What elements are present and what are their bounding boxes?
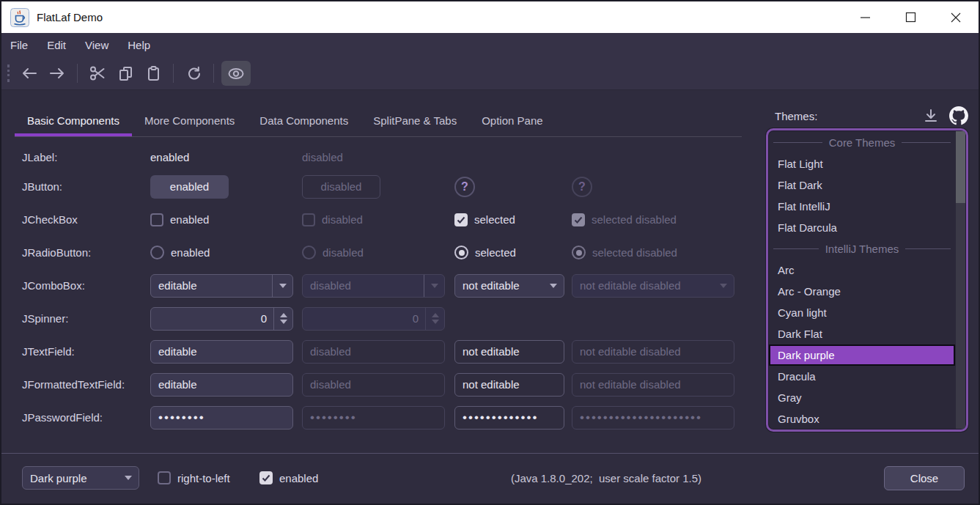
combobox-editable[interactable]: editable [150,274,293,298]
menu-view[interactable]: View [85,39,108,51]
close-window-button[interactable] [933,1,979,33]
checkbox-selected-disabled: selected disabled [572,213,740,226]
combobox-arrow[interactable] [543,275,564,297]
theme-item[interactable]: Flat Light [769,153,955,174]
jbutton-row-label: JButton: [22,180,150,193]
menu-file[interactable]: File [10,39,28,51]
jspinner-row-label: JSpinner: [22,312,150,325]
passwordfield-not-editable: ••••••••••••• [454,406,564,430]
spinner-arrows[interactable] [273,308,292,330]
tab-data-components[interactable]: Data Components [247,104,361,136]
theme-item[interactable]: Arc - Orange [769,281,955,302]
close-button[interactable]: Close [884,466,965,490]
radio-enabled[interactable]: enabled [150,246,302,259]
radio-selected-icon [572,246,586,259]
checkbox-icon [302,213,315,226]
jformattedtextfield-row-label: JFormattedTextField: [22,378,150,391]
formattedtextfield-not-editable: not editable [454,373,564,397]
right-to-left-checkbox[interactable]: right-to-left [158,471,230,484]
textfield-disabled: disabled [302,340,445,364]
radio-selected-icon[interactable] [454,246,468,259]
checkbox-icon[interactable] [158,471,171,484]
theme-item[interactable]: Dark Flat [769,323,955,344]
enabled-checkbox[interactable]: enabled [259,471,318,484]
combobox-disabled: disabled [302,274,445,298]
combobox-arrow [424,275,444,297]
paste-icon [146,66,161,81]
maximize-button[interactable] [888,1,933,33]
themes-list: Core Themes Flat Light Flat Dark Flat In… [766,128,968,432]
checkbox-checked-icon[interactable] [454,213,468,226]
theme-item[interactable]: Arc [769,259,955,281]
tab-splitpane-tabs[interactable]: SplitPane & Tabs [361,104,469,136]
jradiobutton-row-label: JRadioButton: [22,246,150,259]
checkbox-disabled: disabled [302,213,454,226]
refresh-button[interactable] [181,61,206,86]
checkbox-enabled[interactable]: enabled [150,213,302,226]
jlabel-enabled: enabled [150,151,302,163]
theme-item[interactable]: Flat IntelliJ [769,196,955,217]
back-arrow-icon [21,67,38,80]
window-controls [842,1,979,33]
textfield-editable[interactable]: editable [150,340,293,364]
menu-help[interactable]: Help [128,39,150,51]
theme-item[interactable]: Cyan light [769,302,955,323]
jlabel-row-label: JLabel: [22,151,150,163]
combobox-arrow[interactable] [118,467,139,489]
textfield-not-editable-disabled: not editable disabled [572,340,734,364]
download-icon[interactable] [923,108,939,123]
theme-item[interactable]: Flat Dark [769,174,955,196]
back-button[interactable] [17,61,42,86]
cut-button[interactable] [85,61,110,86]
copy-button[interactable] [113,61,138,86]
jtextfield-row-label: JTextField: [22,345,150,358]
jcombobox-row-label: JComboBox: [22,279,150,292]
forward-button[interactable] [45,61,70,86]
checkbox-selected[interactable]: selected [454,213,572,226]
minimize-button[interactable] [842,1,888,33]
spinner-enabled[interactable]: 0 [150,307,293,331]
help-button-disabled: ? [572,177,592,197]
jpasswordfield-row-label: JPasswordField: [22,411,150,424]
minimize-icon [860,12,871,23]
theme-item[interactable]: Dracula [769,366,955,387]
theme-item[interactable]: Gruvbox [769,408,955,430]
formattedtextfield-editable[interactable]: editable [150,373,293,397]
jlabel-disabled: disabled [302,151,454,163]
footer-bar: Dark purple right-to-left enabled (Java … [1,453,979,504]
enabled-button[interactable]: enabled [150,175,229,199]
formattedtextfield-not-editable-disabled: not editable disabled [572,373,734,397]
passwordfield-disabled: •••••••• [302,406,445,430]
tabbar: Basic Components More Components Data Co… [15,104,742,137]
close-icon [950,12,962,23]
toolbar-separator [77,64,78,83]
checkbox-icon[interactable] [150,213,163,226]
menu-edit[interactable]: Edit [47,39,66,51]
radio-selected[interactable]: selected [454,246,572,259]
combobox-arrow[interactable] [272,275,292,297]
github-icon[interactable] [949,106,968,125]
scrollbar-thumb[interactable] [956,131,965,203]
tab-basic-components[interactable]: Basic Components [15,104,132,136]
toolbar-grip[interactable] [7,64,10,82]
radio-icon[interactable] [150,246,164,259]
show-hidden-toggle-button[interactable] [221,61,251,86]
checkbox-checked-icon[interactable] [259,471,273,484]
paste-button[interactable] [141,61,166,86]
radio-disabled: disabled [302,246,454,259]
theme-item[interactable]: Gray [769,387,955,408]
radio-icon [302,246,316,259]
combobox-not-editable-disabled: not editable disabled [572,274,734,298]
java-version-status: (Java 1.8.0_202; user scale factor 1.5) [434,472,778,484]
combobox-not-editable[interactable]: not editable [454,274,564,298]
textfield-not-editable: not editable [454,340,564,364]
help-button[interactable]: ? [454,177,475,197]
theme-item-selected[interactable]: Dark purple [769,344,955,366]
tab-option-pane[interactable]: Option Pane [469,104,555,136]
theme-item[interactable]: Flat Darcula [769,217,955,238]
tab-more-components[interactable]: More Components [132,104,247,136]
themes-scrollbar[interactable] [956,131,965,429]
spinner-arrows [425,308,444,330]
theme-switcher-combobox[interactable]: Dark purple [22,466,139,490]
passwordfield-editable[interactable]: •••••••• [150,406,293,430]
